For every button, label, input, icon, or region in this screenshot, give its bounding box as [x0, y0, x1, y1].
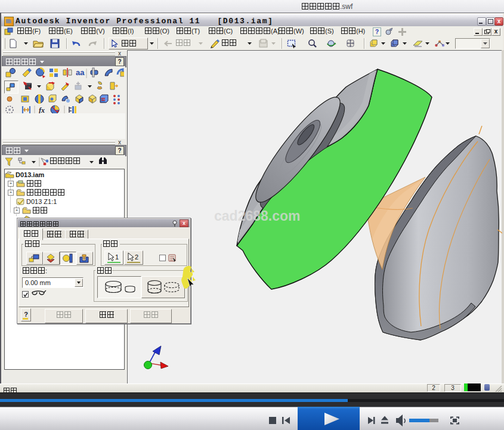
svg-text:aa: aa — [76, 68, 85, 77]
svg-text:1: 1 — [115, 253, 119, 261]
svg-text:cad2688.com: cad2688.com — [214, 208, 300, 224]
svg-text:2: 2 — [135, 253, 138, 261]
